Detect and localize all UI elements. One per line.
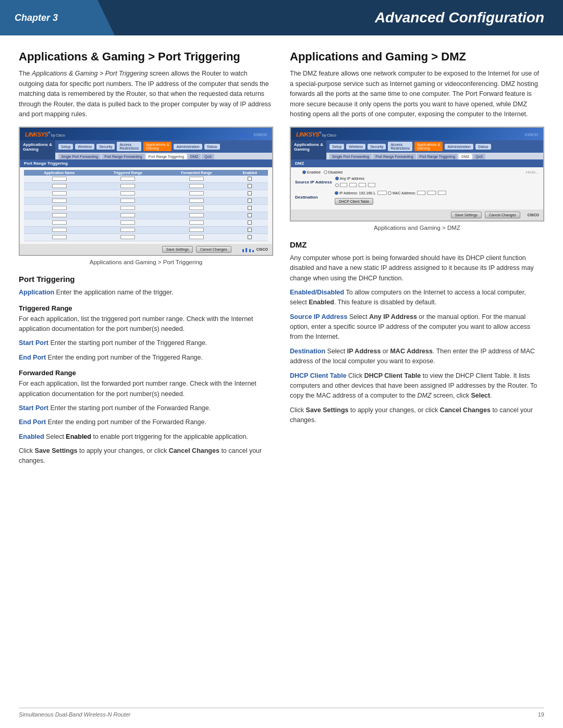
table-row	[24, 234, 268, 241]
term-label-sourceip: Source IP Address	[290, 313, 347, 320]
cisco-logo-footer-left	[239, 247, 254, 252]
term-destination: Destination Select IP Address or MAC Add…	[290, 347, 544, 367]
dmz-enabled-row: Enabled Disabled Hints...	[295, 170, 539, 175]
col-forwarded: Forwarded Range	[161, 170, 232, 176]
cisco-logo-dmz: CISCO	[525, 132, 538, 137]
source-ip-input[interactable]: . . .	[340, 183, 375, 187]
page-title: Advanced Configuration	[115, 0, 563, 35]
left-save-text: Click Save Settings to apply your change…	[19, 446, 273, 466]
nav-admin-dmz[interactable]: Administration	[445, 144, 473, 150]
save-settings-btn-dmz[interactable]: Save Settings	[451, 212, 482, 218]
nav-sidebar-label: Applications &Gaming	[20, 140, 55, 159]
dmz-source-row: Source IP Address Any IP address .	[295, 177, 539, 187]
tab-port-range-fwd[interactable]: Port Range Forwarding	[102, 154, 144, 159]
cisco-logo: CISCO	[236, 132, 267, 137]
term-application: Application Enter the application name o…	[19, 288, 273, 298]
nav-status[interactable]: Status	[204, 144, 220, 150]
end-port-term: End Port Enter the ending port number of…	[19, 353, 273, 363]
term-label-startport: Start Port	[19, 339, 48, 347]
nav-wireless[interactable]: Wireless	[75, 144, 94, 150]
tab-port-range-trigger[interactable]: Port Range Triggering	[146, 154, 187, 159]
linksys-nav-dmz: Setup Wireless Security AccessRestrictio…	[326, 140, 543, 153]
dmz-source-label: Source IP Address	[295, 180, 332, 184]
tab-single-port[interactable]: Single Port Forwarding	[58, 154, 101, 159]
header-bar: Chapter 3 Advanced Configuration	[0, 0, 563, 35]
end-port2-term: End Port Enter the ending port number of…	[19, 417, 273, 427]
port-triggering-screenshot: LINKSYS® by Cisco CISCO	[19, 127, 273, 256]
table-row	[24, 198, 268, 205]
mac-input[interactable]: : :	[417, 191, 446, 195]
left-section-title: Applications & Gaming > Port Triggering	[19, 50, 273, 64]
term-label-dhcp: DHCP Client Table	[290, 372, 347, 379]
term-dhcp-client-table: DHCP Client Table Click DHCP Client Tabl…	[290, 371, 544, 401]
tab-qos[interactable]: QoS	[202, 154, 214, 159]
table-row	[24, 205, 268, 212]
nav-access[interactable]: AccessRestrictions	[117, 142, 141, 151]
enabled-term: Enabled Select Enabled to enable port tr…	[19, 432, 273, 442]
table-row	[24, 227, 268, 234]
chapter-text: Chapter 3	[15, 13, 58, 23]
nav-appsgaming[interactable]: Applications &Gaming	[143, 142, 172, 151]
nav-status-dmz[interactable]: Status	[475, 144, 491, 150]
table-row	[24, 176, 268, 183]
linksys-logo: LINKSYS® by Cisco	[25, 131, 65, 138]
port-triggering-table: Application Name Triggered Range Forward…	[24, 170, 268, 241]
dmz-screenshot: LINKSYS® by Cisco CISCO Applications &Ga…	[290, 127, 544, 221]
right-column: Applications and Gaming > DMZ The DMZ fe…	[290, 50, 544, 471]
nav-wireless-dmz[interactable]: Wireless	[346, 144, 365, 150]
nav-setup-dmz[interactable]: Setup	[329, 144, 344, 150]
col-enabled: Enabled	[232, 170, 268, 176]
dmz-any-ip-radio[interactable]: Any IP address	[335, 177, 364, 180]
save-settings-btn-left[interactable]: Save Settings	[162, 246, 193, 253]
tab-dmz-active[interactable]: DMZ	[459, 154, 472, 159]
table-row	[24, 219, 268, 227]
forwarded-range-title: Forwarded Range	[19, 369, 273, 377]
dmz-disabled-radio[interactable]: Disabled	[324, 170, 342, 174]
term-source-ip: Source IP Address Select Any IP Address …	[290, 312, 544, 342]
footer-page-number: 19	[538, 711, 544, 718]
linksys-tabs-dmz: Single Port Forwarding Port Range Forwar…	[326, 153, 543, 159]
footer-product-name: Simultaneous Dual-Band Wireless-N Router	[19, 711, 131, 718]
port-triggering-subtitle: Port Triggering	[19, 275, 273, 283]
dmz-nav-sidebar: Applications &Gaming	[291, 140, 326, 159]
dmz-body: Enabled Disabled Hints... Source IP Addr…	[291, 167, 543, 209]
term-label-startport2: Start Port	[19, 404, 48, 412]
cancel-changes-btn-dmz[interactable]: Cancel Changes	[485, 212, 520, 218]
tab-dmz[interactable]: DMZ	[188, 154, 201, 159]
start-port2-term: Start Port Enter the starting port numbe…	[19, 403, 273, 413]
main-content: Applications & Gaming > Port Triggering …	[0, 35, 563, 491]
linksys-nav: Setup Wireless Security AccessRestrictio…	[55, 140, 272, 153]
tab-single-dmz[interactable]: Single Port Forwarding	[329, 154, 372, 159]
left-column: Applications & Gaming > Port Triggering …	[19, 50, 273, 471]
term-label-enableddisabled: Enabled/Disabled	[290, 289, 344, 296]
dmz-footer: Save Settings Cancel Changes CISCO	[291, 209, 543, 220]
left-screenshot-caption: Applications and Gaming > Port Triggerin…	[19, 259, 273, 265]
term-label-endport: End Port	[19, 354, 46, 361]
nav-admin[interactable]: Administration	[174, 144, 202, 150]
nav-appsgaming-dmz[interactable]: Applications &Gaming	[414, 142, 443, 151]
port-triggering-table-area: Application Name Triggered Range Forward…	[20, 167, 272, 244]
nav-security-dmz[interactable]: Security	[368, 144, 386, 150]
dmz-enabled-radio[interactable]: Enabled	[302, 170, 321, 174]
dmz-ip-addr-radio[interactable]: IP Address: 192.168.1.	[335, 191, 387, 195]
nav-access-dmz[interactable]: AccessRestrictions	[388, 142, 412, 151]
right-section-intro: The DMZ feature allows one network compu…	[290, 69, 544, 119]
section-label-dmz: DMZ	[291, 159, 543, 167]
chapter-label: Chapter 3	[0, 0, 115, 35]
cancel-changes-btn-left[interactable]: Cancel Changes	[196, 246, 231, 253]
tab-range-trig-dmz[interactable]: Port Range Triggering	[417, 154, 458, 159]
right-save-text: Click Save Settings to apply your change…	[290, 405, 544, 426]
right-section-title: Applications and Gaming > DMZ	[290, 50, 544, 64]
table-row	[24, 183, 268, 190]
nav-setup[interactable]: Setup	[58, 144, 73, 150]
forwarded-range-text: For each application, list the forwarded…	[19, 379, 273, 399]
tab-range-fwd-dmz[interactable]: Port Range Forwarding	[373, 154, 415, 159]
nav-security[interactable]: Security	[96, 144, 115, 150]
table-row	[24, 212, 268, 219]
dhcp-client-table-btn[interactable]: DHCP Client Table	[335, 198, 373, 205]
tab-qos-dmz[interactable]: QoS	[473, 154, 485, 159]
col-triggered: Triggered Range	[95, 170, 162, 176]
dmz-destination-label: Destination	[295, 195, 332, 200]
term-enabled-disabled: Enabled/Disabled To allow computers on t…	[290, 288, 544, 308]
dmz-mac-radio[interactable]: MAC Address: : :	[388, 191, 446, 195]
